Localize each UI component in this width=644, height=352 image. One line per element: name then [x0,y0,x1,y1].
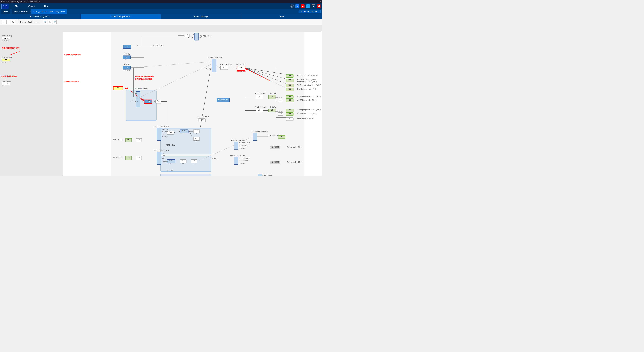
tab-project-manager[interactable]: Project Manager [161,14,242,19]
tab-clock[interactable]: Clock Configuration [80,14,161,19]
social-icons: ⓪ f ▶ t ✦ ST [290,4,321,8]
diagram-annotation-3: 根据需求配置时钟频率并按回车键进行自动配置 [135,75,154,80]
svg-text:32 KHz: 32 KHz [125,59,130,61]
svg-text:X 2: X 2 [280,113,282,114]
annotation-1: 根据外部晶振进行填写 [2,47,20,49]
breadcrumb-project[interactable]: test01_GPIO.ioc - Clock Configuration [32,10,66,14]
input-freq-3-label: Input frequency [2,80,12,82]
mco2-mux [157,128,161,141]
svg-text:/ 1: / 1 [138,139,140,141]
input-freq-3-group: Input frequency 12.288 MHz [2,80,12,87]
svg-text:PLLCLK: PLLCLK [206,68,212,70]
network-icon[interactable]: ✦ [312,4,315,8]
svg-text:LSI: LSI [136,45,138,46]
svg-text:HCLK (MHz): HCLK (MHz) [236,63,246,65]
menu-help[interactable]: Help [43,4,50,8]
redo-button[interactable]: ↪ [6,20,10,24]
facebook-icon[interactable]: f [296,4,299,8]
sai1a-mux [234,142,238,149]
svg-text:Main PLL: Main PLL [166,144,175,146]
svg-text:PLLI2SCLK: PLLI2SCLK [162,131,170,133]
sai1b-mux [234,157,238,164]
menu-window[interactable]: Window [26,4,36,8]
input-freq-1-label: Input frequency [2,35,12,37]
svg-text:To RTC (KHz): To RTC (KHz) [200,35,212,37]
input-freq-2-label: Input frequency [2,57,12,59]
svg-text:45: 45 [271,95,273,97]
svg-text:16: 16 [126,66,128,68]
svg-text:45: 45 [289,95,291,97]
breadcrumb-home[interactable]: Home [1,10,10,14]
clock-svg: PLL Source Mux Main PLL PLLI2S RTC Clock… [63,32,322,176]
annotation-2: 选择高速外部时钟源 [1,75,18,78]
input-freq-2-value[interactable]: 25 [2,59,10,61]
pllsai-mux [258,174,262,176]
svg-text:SAI-B clocks (MHz): SAI-B clocks (MHz) [287,161,302,163]
svg-text:(MHz) MCO2: (MHz) MCO2 [113,139,123,141]
undo-button[interactable]: ↩ [2,20,6,24]
title-bar: STM32CubeMX test01_GPIO.ioc*: STM32F429I… [0,0,322,3]
svg-text:PLLCLK: PLLCLK [162,160,168,162]
svg-text:/ 2: / 2 [186,34,188,36]
svg-text:Enable CSS: Enable CSS [218,98,228,100]
svg-text:/ 2: / 2 [196,130,198,132]
svg-text:HSE: HSE [134,101,138,102]
svg-text:MCO2 source Mux: MCO2 source Mux [154,125,169,127]
youtube-icon[interactable]: ▶ [301,4,304,8]
community-icon[interactable]: ⓪ [290,4,294,8]
svg-text:/ 1: / 1 [138,156,140,158]
zoom-out-button[interactable]: 🔍 [52,20,56,24]
svg-text:/ M: / M [157,100,159,102]
svg-text:LSI RC: LSI RC [124,53,130,55]
svg-text:To Cortex System timer (MHz): To Cortex System timer (MHz) [297,84,321,86]
svg-text:HSI: HSI [134,92,137,94]
window-controls: − □ ✕ [317,1,321,3]
reset-button[interactable]: ↻ [11,20,15,24]
svg-text:/ Q: / Q [196,140,198,142]
svg-text:HSE: HSE [180,34,183,35]
svg-text:Ext.clock: Ext.clock [262,131,268,132]
generate-code-button[interactable]: GENERATE CODE [298,10,321,14]
svg-text:To IWDG (KHz): To IWDG (KHz) [152,45,163,46]
resolve-clock-button[interactable]: Resolve Clock Issues [18,20,40,24]
breadcrumb-device[interactable]: STM32F429IGTx [12,10,30,14]
svg-text:PLLCLK: PLLCLK [162,136,168,138]
svg-text:FCLK Cortex clock (MHz): FCLK Cortex clock (MHz) [297,88,317,90]
svg-text:180: 180 [288,84,292,86]
svg-text:180: 180 [288,74,292,76]
i2s-mux [253,133,257,140]
input-freq-1-value[interactable]: 32.768 [2,37,10,40]
svg-text:* N: * N [168,163,171,164]
svg-text:90: 90 [289,99,291,101]
svg-text:HSI: HSI [162,158,164,159]
zoom-in-button[interactable]: 🔍 [43,20,47,24]
svg-text:X 192: X 192 [169,160,174,162]
breadcrumb: Home › STM32F429IGTx › test01_GPIO.ioc -… [0,10,322,14]
svg-text:LSE: LSE [126,46,129,48]
menu-file[interactable]: File [14,4,20,8]
input-freq-3-value[interactable]: 12.288 [2,82,10,85]
sys-clk-mux [212,59,216,72]
mco1-mux [157,152,161,165]
svg-text:HSE: HSE [162,134,165,135]
tab-pinout[interactable]: Pinout & Configuration [0,14,80,19]
menu-items: File Window Help [14,4,290,8]
svg-text:16 MHz: 16 MHz [125,69,130,71]
input-freq-3-unit: MHz [2,85,12,87]
twitter-icon[interactable]: t [306,4,310,8]
svg-text:16: 16 [128,156,130,158]
svg-text:/ 4: / 4 [258,95,260,97]
pllsai-area [160,174,211,176]
svg-text:PLLSAIOCLK: PLLSAIOCLK [262,174,272,176]
svg-text:/ R: / R [182,163,184,164]
svg-text:100: 100 [239,66,243,69]
svg-text:Ethernet FTP clock (MHz): Ethernet FTP clock (MHz) [297,74,318,76]
zoom-reset-button[interactable]: ⊙ [48,20,52,24]
svg-text:System Clock Mux: System Clock Mux [208,56,222,59]
st-logo-icon[interactable]: ST [317,4,321,8]
svg-text:APB Timer clocks (MHz): APB Timer clocks (MHz) [297,99,316,101]
app-logo: STM32 CubeMX [1,4,9,9]
tab-tools[interactable]: Tools [242,14,322,19]
svg-text:/ 1: / 1 [223,66,225,68]
svg-text:180 MHz max: 180 MHz max [236,70,246,72]
